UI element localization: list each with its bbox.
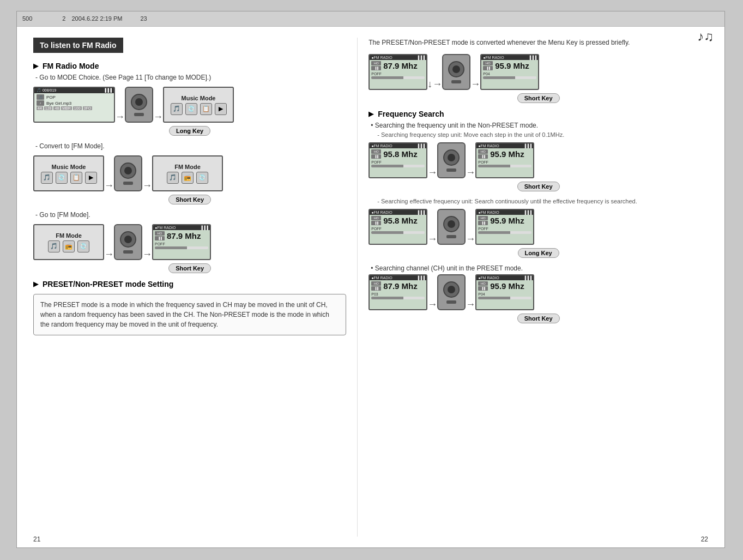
music-mode-label-1: Music Mode xyxy=(182,95,216,101)
page-number-left: 21 xyxy=(33,535,40,543)
short-key-container-2: Short Key xyxy=(33,262,346,273)
arrow-6: → xyxy=(142,249,152,260)
music-icon-4: ▶ xyxy=(215,103,227,115)
top-bar-text: 500 2 2004.6.22 2:19 PM 23 xyxy=(22,15,147,23)
arrow-4: → xyxy=(142,180,152,191)
arrow-r3: → xyxy=(427,167,437,178)
mi-a: 🎵 xyxy=(41,172,53,184)
short-key-r2: Short Key xyxy=(517,182,560,191)
fm-radio-display-1: ●FM RADIO▐▐▐ HO ▐▐ 87.9 Mhz POFF xyxy=(152,224,211,260)
fm-mode-col-2: FM Mode 🎵 📻 💿 xyxy=(33,224,104,260)
fm-display-r3b: ●FM RADIO▐▐▐ HO ▐▐ 95.9 Mhz POFF xyxy=(475,209,534,245)
fm-display-r2a: ●FM RADIO▐▐▐ HO ▐▐ 95.8 Mhz POFF xyxy=(369,142,427,178)
instruction-2: - Convert to [FM Mode]. xyxy=(33,142,346,150)
short-key-r1-container: Short Key xyxy=(369,92,708,103)
fm2-icon-3: 💿 xyxy=(77,240,89,252)
mi-d: ▶ xyxy=(85,172,97,184)
fm-display-r4a: ●FM RADIO▐▐▐ HO ▐▐ 87.9 Mhz P03 xyxy=(369,274,427,310)
fm-icon-1: 🎵 xyxy=(167,172,179,184)
long-key-container-1: Long Key xyxy=(33,125,346,136)
short-key-container-1: Short Key xyxy=(33,194,346,204)
player-device-2 xyxy=(114,155,142,191)
long-key-label-1: Long Key xyxy=(169,126,210,136)
short-key-r2-container: Short Key xyxy=(369,180,708,191)
fm2-icon-1: 🎵 xyxy=(48,240,60,252)
arrow-r4: → xyxy=(466,167,475,178)
short-key-r3: Short Key xyxy=(517,314,560,323)
subsection-preset: PRESET/Non-PRESET mode Setting xyxy=(33,280,346,288)
mi-c: 📋 xyxy=(70,172,82,184)
fm2-icon-2: 📻 xyxy=(63,240,75,252)
page-container: 500 2 2004.6.22 2:19 PM 23 ♪♫ To listen … xyxy=(16,11,725,548)
right-column: The PRESET/Non-PRESET mode is converted … xyxy=(357,38,708,537)
para-text-preset: The PRESET/Non-PRESET mode is converted … xyxy=(369,38,708,47)
player-device-r2 xyxy=(437,142,466,178)
fm-icon-3: 💿 xyxy=(196,172,208,184)
diagram-row-r2: ●FM RADIO▐▐▐ HO ▐▐ 95.8 Mhz POFF → xyxy=(369,142,708,178)
sub-1: - Searching frequency step unit: Move ea… xyxy=(369,131,708,138)
music-mode-col-2: Music Mode 🎵 💿 📋 ▶ xyxy=(33,155,104,191)
fm-icon-2: 📻 xyxy=(182,172,194,184)
arrow-r6: → xyxy=(466,233,475,245)
player-device-r4 xyxy=(437,274,466,310)
short-key-label-1: Short Key xyxy=(168,195,211,204)
mp3-screen: 🎵 008/019 ▐▐▐ 🎵 POP ♪ Bye Girl.mp3 xyxy=(33,87,115,123)
fm-mode-col: FM Mode 🎵 📻 💿 xyxy=(152,155,223,191)
sub-2: - Searching effective frequency unit: Se… xyxy=(369,198,708,204)
fm-radio-screen-col-1: ●FM RADIO▐▐▐ HO ▐▐ 87.9 Mhz POFF xyxy=(152,224,211,260)
mi-b: 💿 xyxy=(56,172,68,184)
music-mode-screen-2: Music Mode 🎵 💿 📋 ▶ xyxy=(33,155,104,191)
music-icon-3: 📋 xyxy=(200,103,212,115)
fm-mode-label: FM Mode xyxy=(174,164,201,170)
arrow-3: → xyxy=(104,180,114,191)
subsection-freq-search: Frequency Search xyxy=(369,110,708,118)
content-area: To listen to FM Radio FM Radio Mode - Go… xyxy=(17,27,724,547)
fm-mode-screen-2: FM Mode 🎵 📻 💿 xyxy=(33,224,104,260)
fm-display-r1b: ●FM RADIO▐▐▐ HO ▐▐ 95.9 Mhz P04 xyxy=(480,54,539,90)
fm-display-r4b: ●FM RADIO▐▐▐ HO ▐▐ 95.9 Mhz P04 xyxy=(475,274,534,310)
diagram-row-2: Music Mode 🎵 💿 📋 ▶ → → xyxy=(33,155,346,191)
long-key-r-container: Long Key xyxy=(369,247,708,258)
diagram-row-r4: ●FM RADIO▐▐▐ HO ▐▐ 87.9 Mhz P03 → xyxy=(369,274,708,310)
arrow-2: → xyxy=(153,111,163,123)
long-key-r: Long Key xyxy=(518,248,559,258)
music-mode-screen-1: Music Mode 🎵 💿 📋 ▶ xyxy=(163,87,234,123)
page-number-right: 22 xyxy=(701,535,708,543)
arrow-r7: → xyxy=(427,299,437,310)
arrow-r2: → xyxy=(470,79,480,90)
music-icon-1: 🎵 xyxy=(171,103,183,115)
short-key-label-2: Short Key xyxy=(168,263,211,273)
info-box: The PRESET mode is a mode in which the f… xyxy=(33,294,346,335)
short-key-r1: Short Key xyxy=(517,93,560,103)
arrow-1: → xyxy=(115,111,125,123)
player-device-r1 xyxy=(442,54,470,90)
mp3-screen-col: 🎵 008/019 ▐▐▐ 🎵 POP ♪ Bye Girl.mp3 xyxy=(33,87,115,123)
instruction-1: - Go to MODE Choice. (See Page 11 [To ch… xyxy=(33,74,346,81)
music-icon-2: 💿 xyxy=(185,103,197,115)
left-column: To listen to FM Radio FM Radio Mode - Go… xyxy=(33,38,357,537)
short-key-r3-container: Short Key xyxy=(369,312,708,323)
subsection-fm-radio-mode: FM Radio Mode xyxy=(33,62,346,70)
section-header: To listen to FM Radio xyxy=(33,38,123,53)
player-device-r3 xyxy=(437,209,466,245)
player-device-1 xyxy=(125,87,153,123)
fm-mode-label-2: FM Mode xyxy=(56,232,82,239)
player-device-3 xyxy=(114,224,142,260)
arrow-r5: → xyxy=(427,233,437,245)
arrow-r8: → xyxy=(466,299,475,310)
diagram-row-3: FM Mode 🎵 📻 💿 → → xyxy=(33,224,346,260)
diagram-row-r1: ●FM RADIO▐▐▐ HO ▐▐ 87.9 Mhz POFF ↓→ xyxy=(369,54,708,90)
arrow-5: → xyxy=(104,249,114,260)
diagram-row-r3: ●FM RADIO▐▐▐ HO ▐▐ 95.8 Mhz POFF → xyxy=(369,209,708,245)
fm-display-r2b: ●FM RADIO▐▐▐ HO ▐▐ 95.9 Mhz POFF xyxy=(475,142,534,178)
music-mode-label-2: Music Mode xyxy=(52,164,86,170)
diagram-row-1: 🎵 008/019 ▐▐▐ 🎵 POP ♪ Bye Girl.mp3 xyxy=(33,87,346,123)
fm-display-r3a: ●FM RADIO▐▐▐ HO ▐▐ 95.8 Mhz POFF xyxy=(369,209,427,245)
bullet-1: • Searching the frequency unit in the No… xyxy=(369,122,708,129)
top-bar: 500 2 2004.6.22 2:19 PM 23 xyxy=(17,11,724,27)
fm-mode-screen: FM Mode 🎵 📻 💿 xyxy=(152,155,223,191)
bullet-2: • Searching channel (CH) unit in the PRE… xyxy=(369,264,708,272)
instruction-3: - Go to [FM Mode]. xyxy=(33,211,346,219)
music-note-icon: ♪♫ xyxy=(697,29,714,44)
fm-display-r1a: ●FM RADIO▐▐▐ HO ▐▐ 87.9 Mhz POFF xyxy=(369,54,427,90)
